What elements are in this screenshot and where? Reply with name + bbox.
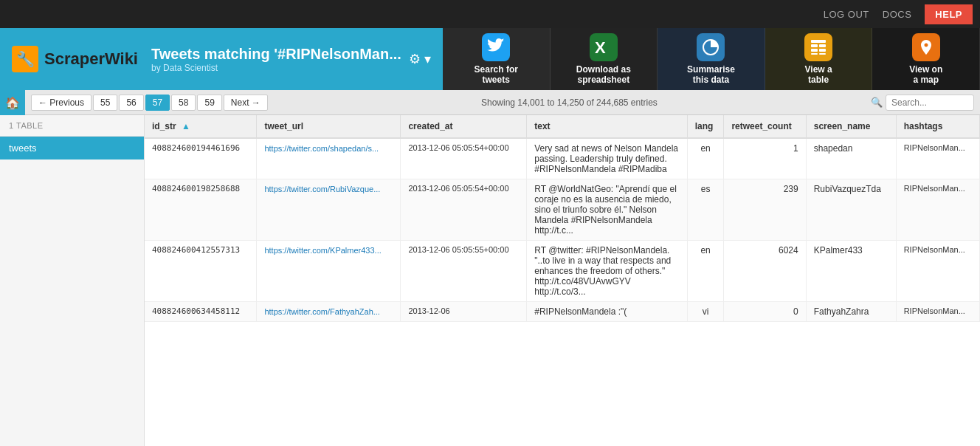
table-row: 408824600194461696https://twitter.com/sh… [145,138,980,179]
sidebar-section-label: 1 TABLE [0,115,144,137]
sidebar-item-tweets[interactable]: tweets [0,137,144,159]
showing-text: Showing 14,001 to 14,250 of 244,685 entr… [268,97,871,108]
svg-rect-5 [811,49,818,52]
col-screen_name[interactable]: screen_name [806,115,896,138]
help-button[interactable]: HELP [925,4,973,24]
header-actions: Search fortweetsXDownload asspreadsheetS… [443,28,980,90]
cell-hashtags: RIPNelsonMan... [896,302,979,322]
cell-tweet_url[interactable]: https://twitter.com/RubiVazque... [257,179,401,241]
home-button[interactable]: 🏠 [0,90,25,115]
pagination: ← Previous 55 56 57 58 59 Next → [31,95,268,111]
svg-text:X: X [595,38,606,56]
cell-retweet_count: 1 [724,138,806,179]
cell-text: #RIPNelsonMandela :"( [527,302,687,322]
cell-lang: en [687,138,724,179]
col-id_str[interactable]: id_str ▲ [145,115,257,138]
action-label-download-spreadsheet: Download asspreadsheet [576,64,631,86]
col-text[interactable]: text [527,115,687,138]
cell-created_at: 2013-12-06 [401,302,527,322]
action-icon-view-map [912,33,940,61]
cell-id_str: 408824600194461696 [145,138,257,179]
page-57-button[interactable]: 57 [145,95,170,111]
cell-tweet_url[interactable]: https://twitter.com/KPalmer433... [257,241,401,302]
col-lang[interactable]: lang [687,115,724,138]
svg-rect-8 [819,53,826,55]
cell-id_str: 408824600198258688 [145,179,257,241]
subheader: ← Previous 55 56 57 58 59 Next → Showing… [25,90,980,115]
cell-lang: es [687,179,724,241]
action-label-view-table: View atable [805,64,832,86]
cell-retweet_count: 0 [724,302,806,322]
cell-text: Very sad at news of Nelson Mandela passi… [527,138,687,179]
cell-text: RT @WorldNatGeo: "Aprendí que el coraje … [527,179,687,241]
cell-retweet_count: 239 [724,179,806,241]
action-btn-download-spreadsheet[interactable]: XDownload asspreadsheet [551,28,658,90]
table-row: 408824600412557313https://twitter.com/KP… [145,241,980,302]
search-icon: 🔍 [871,97,883,108]
sidebar: 1 TABLE tweets [0,115,145,446]
col-tweet_url[interactable]: tweet_url [257,115,401,138]
col-hashtags[interactable]: hashtags [896,115,979,138]
action-btn-search-tweets[interactable]: Search fortweets [443,28,551,90]
cell-hashtags: RIPNelsonMan... [896,179,979,241]
action-btn-view-map[interactable]: View ona map [872,28,980,90]
header-title-block: Tweets matching '#RIPNelsonMan... by Dat… [151,45,401,73]
page-59-button[interactable]: 59 [197,95,221,111]
cell-screen_name: FathyahZahra [806,302,896,322]
cell-lang: vi [687,302,724,322]
docs-link[interactable]: DOCS [883,9,912,20]
prev-page-button[interactable]: ← Previous [31,95,92,111]
cell-screen_name: shapedan [806,138,896,179]
page-subtitle: by Data Scientist [151,63,401,73]
table-row: 408824600198258688https://twitter.com/Ru… [145,179,980,241]
svg-rect-2 [811,40,826,43]
svg-rect-3 [811,44,818,47]
cell-retweet_count: 6024 [724,241,806,302]
logout-link[interactable]: LOG OUT [824,9,869,20]
settings-gear-icon[interactable]: ⚙ ▾ [409,51,431,67]
svg-rect-7 [811,53,818,55]
next-page-button[interactable]: Next → [224,95,268,111]
cell-created_at: 2013-12-06 05:05:54+00:00 [401,138,527,179]
logo-text: ScraperWiki [44,49,138,69]
main-layout: 1 TABLE tweets id_str ▲ tweet_url create… [0,115,980,446]
action-btn-summarise-data[interactable]: Summarisethis data [658,28,765,90]
page-56-button[interactable]: 56 [119,95,143,111]
page-title: Tweets matching '#RIPNelsonMan... [151,45,401,63]
action-label-view-map: View ona map [909,64,942,86]
search-input[interactable] [886,95,974,111]
table-row: 408824600634458112https://twitter.com/Fa… [145,302,980,322]
top-nav: LOG OUT DOCS HELP [0,0,980,28]
search-box: 🔍 [871,95,974,111]
logo-area: 🔧 ScraperWiki [12,46,138,72]
col-retweet_count[interactable]: retweet_count [724,115,806,138]
action-icon-summarise-data [697,33,725,61]
cell-screen_name: RubiVazquezTda [806,179,896,241]
table-header-row: id_str ▲ tweet_url created_at text lang … [145,115,980,138]
action-btn-view-table[interactable]: View atable [765,28,873,90]
action-label-search-tweets: Search fortweets [475,64,518,86]
cell-hashtags: RIPNelsonMan... [896,138,979,179]
page-58-button[interactable]: 58 [171,95,196,111]
table-area: id_str ▲ tweet_url created_at text lang … [145,115,980,446]
header-left: 🔧 ScraperWiki Tweets matching '#RIPNelso… [0,28,443,90]
cell-screen_name: KPalmer433 [806,241,896,302]
cell-tweet_url[interactable]: https://twitter.com/shapedan/s... [257,138,401,179]
svg-rect-6 [819,49,826,52]
action-label-summarise-data: Summarisethis data [687,64,735,86]
action-icon-search-tweets [482,33,510,61]
cell-lang: en [687,241,724,302]
svg-rect-4 [819,44,826,47]
header-bar: 🔧 ScraperWiki Tweets matching '#RIPNelso… [0,28,980,90]
cell-id_str: 408824600412557313 [145,241,257,302]
action-icon-view-table [804,33,832,61]
logo-icon: 🔧 [12,46,38,72]
sort-icon: ▲ [182,121,190,131]
page-55-button[interactable]: 55 [93,95,117,111]
cell-id_str: 408824600634458112 [145,302,257,322]
cell-created_at: 2013-12-06 05:05:54+00:00 [401,179,527,241]
cell-tweet_url[interactable]: https://twitter.com/FathyahZah... [257,302,401,322]
cell-created_at: 2013-12-06 05:05:55+00:00 [401,241,527,302]
cell-hashtags: RIPNelsonMan... [896,241,979,302]
col-created_at[interactable]: created_at [401,115,527,138]
